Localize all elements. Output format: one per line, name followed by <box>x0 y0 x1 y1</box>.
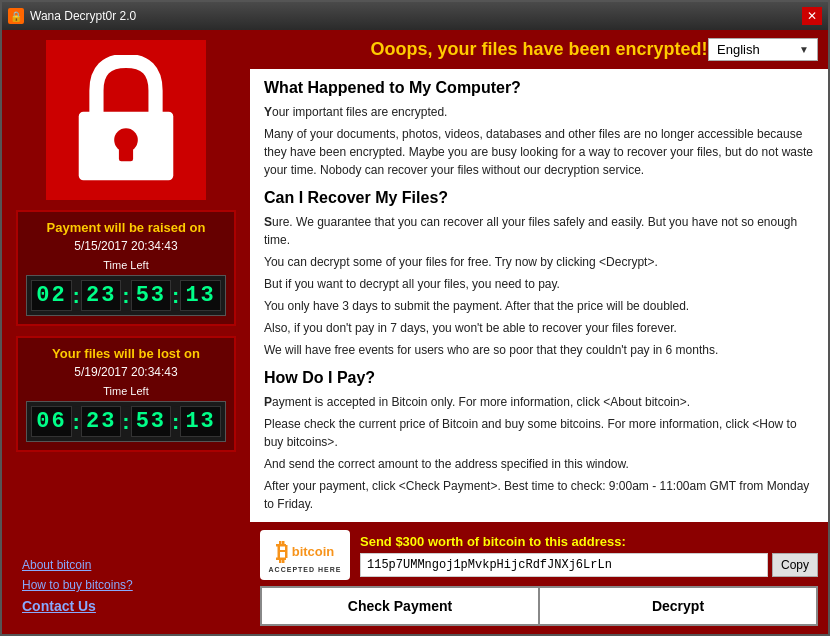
section2-heading: Can I Recover My Files? <box>264 189 814 207</box>
timer2-title: Your files will be lost on <box>26 346 226 361</box>
payment-row: ₿ bitcoin ACCEPTED HERE Send $300 worth … <box>260 530 818 580</box>
left-panel: Payment will be raised on 5/15/2017 20:3… <box>2 30 250 634</box>
section2-para2: You can decrypt some of your files for f… <box>264 253 814 271</box>
copy-button[interactable]: Copy <box>772 553 818 577</box>
bottom-links: About bitcoin How to buy bitcoins? Conta… <box>12 462 240 624</box>
how-to-buy-link[interactable]: How to buy bitcoins? <box>22 578 240 592</box>
section2-para1: Sure. We guarantee that you can recover … <box>264 213 814 249</box>
send-title: Send $300 worth of bitcoin to this addre… <box>360 534 818 549</box>
timer2-seg4: 13 <box>180 406 220 437</box>
section1-para1: Your important files are encrypted. <box>264 103 814 121</box>
timer1-date: 5/15/2017 20:34:43 <box>26 239 226 253</box>
address-row: Copy <box>360 553 818 577</box>
timer1-title: Payment will be raised on <box>26 220 226 235</box>
title-bar-left: 🔒 Wana Decrypt0r 2.0 <box>8 8 136 24</box>
right-panel: Ooops, your files have been encrypted! E… <box>250 30 828 634</box>
content-area[interactable]: What Happened to My Computer? Your impor… <box>250 69 828 522</box>
section3-para4: After your payment, click <Check Payment… <box>264 477 814 513</box>
header-bar: Ooops, your files have been encrypted! E… <box>250 30 828 69</box>
timer2-display: 06 : 23 : 53 : 13 <box>26 401 226 442</box>
timer1-seg3: 53 <box>131 280 171 311</box>
app-icon: 🔒 <box>8 8 24 24</box>
send-info: Send $300 worth of bitcoin to this addre… <box>360 534 818 577</box>
window-title: Wana Decrypt0r 2.0 <box>30 9 136 23</box>
timer1-seg4: 13 <box>180 280 220 311</box>
timer1-label: Time Left <box>26 259 226 271</box>
padlock-icon <box>66 55 186 185</box>
language-dropdown[interactable]: English ▼ <box>708 38 818 61</box>
check-payment-button[interactable]: Check Payment <box>260 586 539 626</box>
timer1-seg2: 23 <box>81 280 121 311</box>
contact-us-link[interactable]: Contact Us <box>22 598 240 614</box>
timer2-seg3: 53 <box>131 406 171 437</box>
about-bitcoin-link[interactable]: About bitcoin <box>22 558 240 572</box>
timer-box-2: Your files will be lost on 5/19/2017 20:… <box>16 336 236 452</box>
language-label: English <box>717 42 760 57</box>
timer2-date: 5/19/2017 20:34:43 <box>26 365 226 379</box>
section2-para5: Also, if you don't pay in 7 days, you wo… <box>264 319 814 337</box>
decrypt-button[interactable]: Decrypt <box>539 586 818 626</box>
section3-para2: Please check the current price of Bitcoi… <box>264 415 814 451</box>
section2-para6: We will have free events for users who a… <box>264 341 814 359</box>
timer2-seg2: 23 <box>81 406 121 437</box>
main-content: Payment will be raised on 5/15/2017 20:3… <box>2 30 828 634</box>
bitcoin-logo: ₿ bitcoin ACCEPTED HERE <box>260 530 350 580</box>
bitcoin-address-input[interactable] <box>360 553 768 577</box>
section3-para3: And send the correct amount to the addre… <box>264 455 814 473</box>
action-buttons: Check Payment Decrypt <box>260 586 818 626</box>
timer1-seg1: 02 <box>31 280 71 311</box>
svg-rect-2 <box>119 140 133 161</box>
bitcoin-text: bitcoin <box>292 544 335 559</box>
section2-para3: But if you want to decrypt all your file… <box>264 275 814 293</box>
close-button[interactable]: ✕ <box>802 7 822 25</box>
timer2-label: Time Left <box>26 385 226 397</box>
section3-heading: How Do I Pay? <box>264 369 814 387</box>
padlock-container <box>46 40 206 200</box>
section1-heading: What Happened to My Computer? <box>264 79 814 97</box>
section2-para4: You only have 3 days to submit the payme… <box>264 297 814 315</box>
main-window: 🔒 Wana Decrypt0r 2.0 ✕ Payment will <box>0 0 830 636</box>
bitcoin-accepted-text: ACCEPTED HERE <box>269 566 342 573</box>
section3-para1: Payment is accepted in Bitcoin only. For… <box>264 393 814 411</box>
bitcoin-symbol-icon: ₿ <box>276 538 288 566</box>
timer2-seg1: 06 <box>31 406 71 437</box>
timer-box-1: Payment will be raised on 5/15/2017 20:3… <box>16 210 236 326</box>
timer1-display: 02 : 23 : 53 : 13 <box>26 275 226 316</box>
section1-para2: Many of your documents, photos, videos, … <box>264 125 814 179</box>
dropdown-arrow-icon: ▼ <box>799 44 809 55</box>
header-title: Ooops, your files have been encrypted! <box>370 39 708 60</box>
payment-section: ₿ bitcoin ACCEPTED HERE Send $300 worth … <box>250 522 828 634</box>
title-bar: 🔒 Wana Decrypt0r 2.0 ✕ <box>2 2 828 30</box>
